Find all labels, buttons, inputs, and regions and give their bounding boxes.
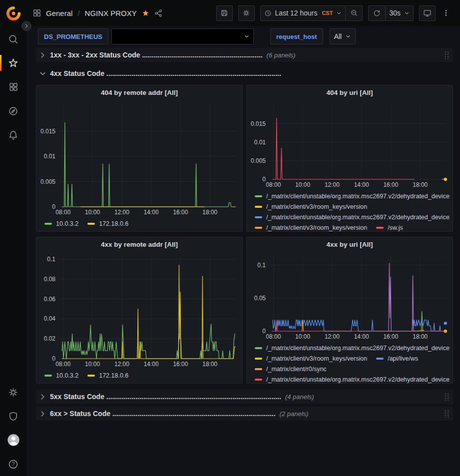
panel-grid: 404 by remote addr [All]08:0010:0012:001…: [36, 85, 453, 384]
row-title: 4xx Status Code ........................…: [50, 69, 281, 77]
legend-swatch-icon: [255, 216, 262, 218]
breadcrumb-folder[interactable]: General: [46, 9, 72, 17]
monitor-icon: [423, 9, 432, 17]
svg-text:12:00: 12:00: [114, 361, 129, 368]
legend-item[interactable]: 172.18.0.6: [87, 218, 128, 229]
page-title[interactable]: NGINX PROXY: [85, 9, 137, 17]
row-panel-count: (4 panels): [285, 393, 314, 401]
share-icon[interactable]: [154, 9, 163, 17]
svg-text:0.1: 0.1: [257, 262, 266, 269]
row-drag-handle-icon[interactable]: [444, 393, 450, 401]
legend-label: 172.18.0.6: [99, 220, 128, 227]
legend-label: /_matrix/client/unstable/org.matrix.msc2…: [266, 345, 450, 352]
legend-label: /_matrix/client/unstable/org.matrix.msc2…: [266, 193, 450, 200]
panel-title[interactable]: 404 by uri [All]: [247, 85, 453, 100]
svg-text:14:00: 14:00: [144, 209, 159, 216]
timezone-badge: CST: [322, 10, 333, 16]
legend-item[interactable]: /_matrix/client/v3/room_keys/version: [255, 222, 367, 231]
svg-text:08:00: 08:00: [266, 181, 281, 188]
gear-icon: [242, 9, 250, 17]
svg-text:10:00: 10:00: [295, 181, 310, 188]
header: General / NGINX PROXY: [26, 0, 460, 26]
sidebar-item-profile[interactable]: [0, 428, 26, 452]
panel-title[interactable]: 4xx by uri [All]: [247, 237, 453, 252]
svg-text:12:00: 12:00: [114, 209, 129, 216]
svg-text:18:00: 18:00: [413, 333, 428, 340]
svg-text:08:00: 08:00: [266, 333, 281, 340]
legend-item[interactable]: /_matrix/client/v3/room_keys/version: [255, 201, 367, 212]
time-range-picker[interactable]: Last 12 hours CST: [261, 6, 346, 20]
tv-mode-button[interactable]: [419, 5, 436, 21]
variable-value-request-host[interactable]: All: [330, 28, 356, 44]
svg-text:18:00: 18:00: [202, 209, 217, 216]
legend-swatch-icon: [255, 368, 262, 370]
svg-text:14:00: 14:00: [144, 361, 159, 368]
sidebar-item-alerting[interactable]: [0, 123, 26, 147]
legend-item[interactable]: /sw.js: [376, 222, 403, 231]
legend-label: 10.0.3.2: [56, 220, 78, 227]
favorite-star-icon[interactable]: [141, 9, 150, 17]
search-icon: [8, 34, 18, 44]
chart-svg: 08:0010:0012:0014:0016:0018:0000.0050.01…: [247, 100, 453, 190]
sidebar-item-dashboards[interactable]: [0, 75, 26, 99]
svg-text:0: 0: [52, 203, 55, 210]
legend-item[interactable]: /_matrix/client/unstable/org.matrix.msc2…: [255, 191, 450, 201]
refresh-interval-picker[interactable]: 30s: [386, 6, 413, 20]
legend-label: /_matrix/client/v3/room_keys/version: [266, 224, 367, 231]
svg-text:0.04: 0.04: [44, 315, 56, 322]
svg-text:0: 0: [52, 355, 55, 362]
refresh-button[interactable]: [369, 6, 385, 20]
legend-item[interactable]: /_matrix/client/v3/room_keys/version: [255, 353, 367, 364]
grafana-logo-icon: [6, 6, 21, 21]
sidebar-item-explore[interactable]: [0, 99, 26, 123]
zoom-out-time-button[interactable]: [346, 6, 362, 20]
save-dashboard-button[interactable]: [216, 5, 233, 21]
variable-value-ds-prometheus[interactable]: [111, 28, 254, 44]
chevron-down-icon: [39, 70, 46, 77]
legend-item[interactable]: /_matrix/client/r0/sync: [255, 364, 327, 374]
kebab-menu-icon: [442, 8, 450, 17]
row-header-4xx[interactable]: 4xx Status Code ........................…: [36, 66, 453, 80]
time-range-label: Last 12 hours: [275, 9, 318, 17]
panel-plot[interactable]: 08:0010:0012:0014:0016:0018:0000.020.040…: [36, 252, 242, 370]
row-drag-handle-icon[interactable]: [444, 410, 450, 418]
panel-title[interactable]: 4xx by remote addr [All]: [36, 237, 242, 252]
sidebar-item-help[interactable]: ?: [0, 452, 26, 476]
panel-legend: /_matrix/client/unstable/org.matrix.msc2…: [247, 342, 453, 383]
row-title: 6xx > Status Code ......................…: [50, 410, 276, 418]
sidebar-item-starred[interactable]: [0, 51, 26, 75]
clock-icon: [264, 9, 272, 17]
legend-item[interactable]: 10.0.3.2: [44, 218, 78, 229]
svg-text:14:00: 14:00: [354, 181, 369, 188]
row-drag-handle-icon[interactable]: [444, 51, 450, 59]
chevron-down-icon: [336, 10, 342, 16]
panel-plot[interactable]: 08:0010:0012:0014:0016:0018:0000.050.1: [247, 252, 453, 342]
legend-item[interactable]: 172.18.0.6: [87, 370, 128, 381]
panel-plot[interactable]: 08:0010:0012:0014:0016:0018:0000.0050.01…: [36, 100, 242, 218]
panel-plot[interactable]: 08:0010:0012:0014:0016:0018:0000.0050.01…: [247, 100, 453, 190]
row-header-6xx[interactable]: 6xx > Status Code ......................…: [36, 407, 453, 421]
sidebar: ?: [0, 0, 26, 476]
legend-item[interactable]: /_matrix/client/unstable/org.matrix.msc2…: [255, 212, 450, 222]
legend-item[interactable]: /_matrix/client/unstable/org.matrix.msc2…: [255, 374, 450, 383]
chart-svg: 08:0010:0012:0014:0016:0018:0000.020.040…: [36, 252, 242, 370]
legend-swatch-icon: [44, 223, 52, 225]
svg-text:0.015: 0.015: [251, 120, 266, 127]
sidebar-item-server-admin[interactable]: [0, 404, 26, 428]
sidebar-expand-button[interactable]: [21, 21, 31, 31]
row-header-5xx[interactable]: 5xx Status Code ........................…: [36, 390, 453, 404]
sidebar-item-configuration[interactable]: [0, 380, 26, 404]
panel-legend: 10.0.3.2172.18.0.6: [36, 218, 242, 231]
legend-item[interactable]: /api/live/ws: [376, 353, 418, 364]
panel-title[interactable]: 404 by remote addr [All]: [36, 85, 242, 100]
sidebar-item-search[interactable]: [0, 27, 26, 51]
legend-label: /api/live/ws: [388, 355, 418, 362]
dashboard-settings-button[interactable]: [238, 5, 255, 21]
more-options-button[interactable]: [441, 5, 451, 21]
legend-item[interactable]: /_matrix/client/unstable/org.matrix.msc2…: [255, 343, 450, 353]
svg-text:0: 0: [262, 328, 266, 335]
svg-text:10:00: 10:00: [85, 361, 100, 368]
row-header-1xx-3xx-2xx[interactable]: 1xx - 3xx - 2xx Status Code ............…: [36, 48, 453, 62]
compass-icon: [8, 106, 18, 116]
legend-item[interactable]: 10.0.3.2: [44, 370, 78, 381]
